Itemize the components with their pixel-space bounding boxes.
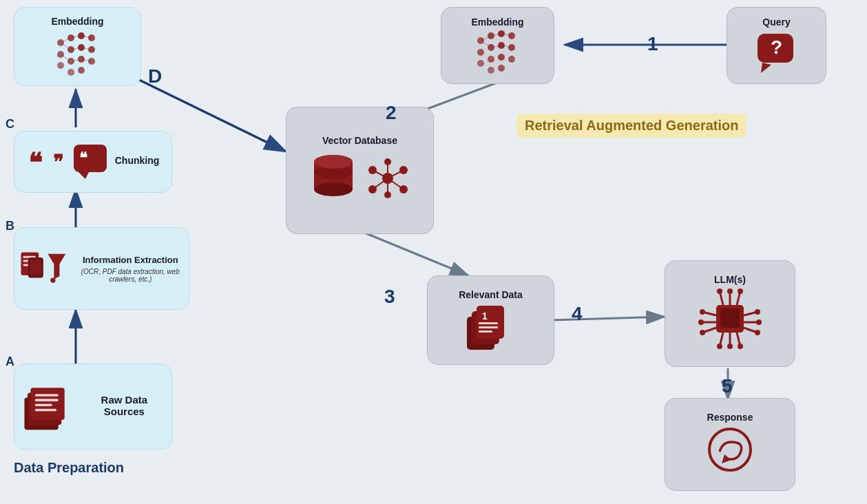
svg-point-84 xyxy=(508,56,515,63)
svg-line-29 xyxy=(61,43,71,50)
svg-rect-101 xyxy=(479,326,498,328)
data-preparation-title: Data Preparation xyxy=(14,460,124,476)
vector-db-title: Vector Database xyxy=(322,135,397,146)
svg-point-119 xyxy=(717,288,722,294)
svg-point-128 xyxy=(717,344,722,349)
svg-point-59 xyxy=(314,155,353,169)
info-extraction-subtitle: (OCR, PDF data extraction, web crawlers,… xyxy=(78,268,183,283)
llm-node: LLM(s) xyxy=(665,260,795,367)
vector-database-node: Vector Database xyxy=(286,107,434,234)
svg-point-85 xyxy=(488,67,494,74)
svg-line-32 xyxy=(61,54,71,61)
letter-b: B xyxy=(6,219,14,233)
embedding-top-node: Embedding xyxy=(441,7,554,84)
response-icon xyxy=(702,426,758,477)
svg-text:❝: ❝ xyxy=(79,149,87,167)
svg-rect-45 xyxy=(30,260,41,274)
svg-point-123 xyxy=(700,309,705,315)
letter-a: A xyxy=(6,355,14,369)
svg-line-90 xyxy=(481,41,491,48)
step-3-label: 3 xyxy=(384,286,395,308)
vector-db-icons xyxy=(309,151,410,207)
svg-point-118 xyxy=(738,288,743,294)
svg-marker-130 xyxy=(722,454,731,463)
llm-icon xyxy=(696,288,764,353)
svg-point-127 xyxy=(738,344,743,349)
embedding-left-title: Embedding xyxy=(51,16,103,27)
svg-rect-102 xyxy=(479,330,492,333)
query-title: Query xyxy=(762,17,790,28)
relevant-data-title: Relevant Data xyxy=(459,289,523,300)
query-node: Query ? xyxy=(727,7,826,84)
svg-rect-52 xyxy=(35,399,59,401)
letter-c: C xyxy=(6,117,14,132)
svg-text:?: ? xyxy=(771,36,782,58)
svg-marker-46 xyxy=(48,253,66,279)
step-1-label: 1 xyxy=(647,33,658,55)
embedding-top-title: Embedding xyxy=(471,17,523,28)
svg-point-121 xyxy=(756,319,762,325)
chunking-node: ❝ ❞ ❝ Chunking xyxy=(14,131,172,193)
svg-point-86 xyxy=(498,65,505,72)
embedding-left-node: Embedding xyxy=(14,7,141,86)
step-2-label: 2 xyxy=(386,102,397,124)
svg-point-82 xyxy=(488,56,494,63)
relevant-data-node: Relevant Data 1 xyxy=(427,275,554,365)
svg-line-6 xyxy=(359,231,468,275)
step-4-label: 4 xyxy=(572,303,583,325)
rag-title: Retrieval Augmented Generation xyxy=(516,114,746,138)
svg-text:❞: ❞ xyxy=(53,151,63,173)
svg-point-57 xyxy=(314,182,353,196)
molecule-icon xyxy=(366,156,410,201)
svg-line-70 xyxy=(388,178,404,189)
svg-point-83 xyxy=(498,54,505,61)
svg-point-126 xyxy=(727,344,733,349)
raw-data-node: Raw Data Sources xyxy=(14,364,172,450)
svg-rect-100 xyxy=(479,322,498,324)
raw-data-icon xyxy=(21,376,77,438)
svg-point-125 xyxy=(700,330,705,335)
chunking-icon: ❝ ❞ ❝ xyxy=(27,141,109,182)
svg-marker-38 xyxy=(79,172,89,179)
svg-point-24 xyxy=(67,69,74,76)
svg-point-25 xyxy=(78,67,85,74)
step-d-label: D xyxy=(148,65,162,87)
query-icon: ? xyxy=(754,30,799,75)
database-icon xyxy=(309,151,357,207)
svg-point-120 xyxy=(755,309,760,315)
svg-point-77 xyxy=(477,49,484,56)
response-node: Response xyxy=(665,398,795,491)
svg-rect-54 xyxy=(35,408,56,411)
neural-network-icon-top xyxy=(474,30,522,75)
info-extraction-title: Information Extraction xyxy=(78,255,183,265)
svg-point-122 xyxy=(755,330,760,335)
svg-text:1: 1 xyxy=(482,311,488,322)
response-title: Response xyxy=(707,412,753,423)
svg-point-117 xyxy=(727,288,733,294)
llm-title: LLM(s) xyxy=(714,274,746,285)
svg-point-129 xyxy=(709,429,751,470)
svg-rect-53 xyxy=(35,403,52,406)
svg-text:❝: ❝ xyxy=(28,149,42,178)
svg-point-20 xyxy=(57,62,64,69)
svg-point-81 xyxy=(477,60,484,67)
embedding-left-icon-container xyxy=(54,32,102,77)
neural-network-icon-left xyxy=(54,32,102,77)
chunking-title: Chunking xyxy=(115,155,160,166)
svg-marker-94 xyxy=(761,63,771,73)
svg-rect-50 xyxy=(30,388,64,420)
svg-line-69 xyxy=(373,178,388,189)
raw-data-title: Raw Data Sources xyxy=(84,394,165,417)
svg-rect-104 xyxy=(720,308,740,328)
info-extraction-node: Information Extraction (OCR, PDF data ex… xyxy=(14,227,189,310)
svg-point-124 xyxy=(698,319,704,325)
info-extraction-icon xyxy=(20,243,71,295)
svg-rect-51 xyxy=(35,394,59,397)
svg-point-47 xyxy=(50,277,55,282)
relevant-data-icon: 1 xyxy=(463,303,519,351)
step-5-label: 5 xyxy=(722,375,733,397)
svg-line-7 xyxy=(551,317,665,320)
